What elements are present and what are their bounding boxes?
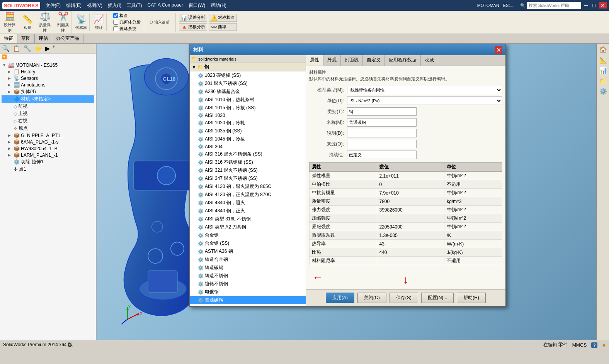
- mat-item-aisi4130-865[interactable]: ⚙️ AISI 4130 钢，退火温度为 865C: [190, 183, 306, 191]
- mat-item-electroplated[interactable]: ⚙️ 电镀钢: [190, 288, 306, 296]
- sensor-icon[interactable]: 📡: [76, 14, 87, 24]
- tree-material[interactable]: 🔷 材质 <未指定>: [2, 95, 94, 103]
- props-tab-section[interactable]: 剖面线: [341, 55, 363, 66]
- tree-root[interactable]: ▼ 🏭 MOTOMAN - ES165: [2, 62, 94, 68]
- menu-view[interactable]: 视图(V): [85, 2, 105, 10]
- design-icon[interactable]: 🧮: [5, 12, 15, 22]
- mat-item-1023[interactable]: ⚙️ 1023 碳钢板 (SS): [190, 71, 306, 80]
- 3d-view[interactable]: GL18 ← X Y Z: [97, 44, 597, 340]
- btn-save[interactable]: 保存(S): [390, 293, 418, 303]
- prop-input-source[interactable]: [347, 140, 417, 148]
- btn-symmetry-check[interactable]: ⚠️ 对称检查: [209, 14, 237, 22]
- mat-item-aisi304[interactable]: ⚙️ AISI 304: [190, 143, 306, 150]
- sidebar-icon-3d[interactable]: 📐: [599, 56, 608, 64]
- mat-item-aisitooled[interactable]: ⚙️ AISI 类型 A2 刀具钢: [190, 223, 306, 231]
- mat-item-a286[interactable]: ⚙️ A286 铁基超合金: [190, 88, 306, 96]
- prop-input-desc[interactable]: [347, 129, 417, 137]
- btn-help[interactable]: 帮助(H): [457, 293, 486, 303]
- tree-tool-1[interactable]: 🔍: [1, 44, 11, 52]
- tab-feature[interactable]: 特征: [0, 34, 17, 43]
- tab-office[interactable]: 办公室产品: [52, 34, 83, 43]
- tree-annotations[interactable]: ▶ 🔤 Annotations: [2, 81, 94, 88]
- mat-item-aisi1045[interactable]: ⚙️ AISI 1045 钢，冷拔: [190, 135, 306, 143]
- dialog-close-button[interactable]: ✕: [495, 46, 502, 54]
- tree-front[interactable]: ◇ 前视: [2, 103, 94, 110]
- mat-item-cast-ss[interactable]: ⚙️ 铸造不锈钢: [190, 272, 306, 280]
- tree-tool-5[interactable]: ▶: [44, 44, 51, 52]
- mat-item-aisi1015[interactable]: ⚙️ AISI 1015 钢，冷拔 (SS): [190, 104, 306, 112]
- tree-gnipple[interactable]: ▶ 📦 G_NIPPLE_A_PT1_: [2, 132, 94, 139]
- window-close[interactable]: ✕: [599, 2, 607, 8]
- tree-point[interactable]: ✛ 点1: [2, 166, 94, 173]
- mat-group-steel[interactable]: ▼ 📁 钢: [190, 63, 306, 71]
- mat-item-ss-ferrite[interactable]: ⚙️ 不锈钢 (铁素体): [190, 304, 306, 306]
- tab-evaluate[interactable]: 评估: [35, 34, 52, 43]
- tree-right[interactable]: ◇ 右视: [2, 117, 94, 125]
- props-tab-attributes[interactable]: 属性: [306, 55, 323, 66]
- prop-input-name[interactable]: [347, 118, 417, 127]
- check-geometry[interactable]: 几何体分析: [113, 19, 141, 25]
- prop-select-unit[interactable]: SI - N/m^2 (Pa): [347, 97, 502, 105]
- props-tab-appdata[interactable]: 应用程序数据: [385, 55, 421, 66]
- mat-item-aisi1010[interactable]: ⚙️ AISI 1010 钢，热轧条材: [190, 96, 306, 104]
- sidebar-icon-home[interactable]: 🏠: [599, 45, 608, 54]
- mat-item-aisi4130-870[interactable]: ⚙️ AISI 4130 钢，正火温度为 870C: [190, 191, 306, 199]
- prop-input-persist[interactable]: [347, 151, 417, 159]
- prop-select-model-type[interactable]: 线性弹性各向同性: [347, 86, 502, 94]
- props-tab-custom[interactable]: 自定义: [363, 55, 385, 66]
- btn-error-analysis[interactable]: 📊 误差分析: [179, 14, 207, 22]
- mat-item-aisi1020cold[interactable]: ⚙️ AISI 1020 钢，冷轧: [190, 119, 306, 127]
- menu-edit[interactable]: 编辑(E): [64, 2, 84, 10]
- window-minimize[interactable]: ─: [583, 2, 590, 8]
- section-icon[interactable]: ✂️: [58, 12, 68, 22]
- window-maximize[interactable]: □: [591, 2, 597, 8]
- mat-item-aisi4340-norm[interactable]: ⚙️ AISI 4340 钢，正火: [190, 207, 306, 215]
- tree-origin[interactable]: ✛ 原点: [2, 125, 94, 132]
- tree-hw[interactable]: ▶ 📦 HW9302054_1_B: [2, 145, 94, 152]
- mat-item-cast-carbon[interactable]: ⚙️ 铸造碳钢: [190, 264, 306, 272]
- menu-insert[interactable]: 插入(I): [105, 2, 124, 10]
- tree-solid[interactable]: ▶ 📦 实体(4): [2, 88, 94, 95]
- menu-file[interactable]: 文件(F): [43, 2, 63, 10]
- tree-tool-3[interactable]: 🔧: [22, 44, 32, 52]
- mat-item-aisi321[interactable]: ⚙️ AISI 321 退火不锈钢 (SS): [190, 166, 306, 174]
- tree-larm[interactable]: ▶ 📦 LARM_PLAN1_-1: [2, 152, 94, 158]
- tree-6ana[interactable]: ▶ 📦 6ANA_PLAG_-1-s: [2, 139, 94, 145]
- mat-item-plain-carbon[interactable]: ⚙️ 普通碳钢: [190, 296, 306, 304]
- menu-tools[interactable]: 工具(T): [124, 2, 144, 10]
- mat-item-201[interactable]: ⚙️ 201 退火不锈钢 (SS): [190, 80, 306, 88]
- prop-input-category[interactable]: [347, 107, 417, 116]
- mat-item-aisi316plate[interactable]: ⚙️ AISI 316 不锈钢板 (SS): [190, 158, 306, 166]
- measure-icon[interactable]: 📏: [22, 14, 32, 24]
- mat-item-aisi347[interactable]: ⚙️ AISI 347 退火不锈钢 (SS): [190, 174, 306, 183]
- menu-catia[interactable]: CATIA Composer: [145, 2, 185, 10]
- sidebar-icon-chart[interactable]: 📊: [599, 66, 608, 75]
- search-input[interactable]: [527, 2, 581, 9]
- props-tab-appearance[interactable]: 外观: [323, 55, 341, 66]
- status-help-icon[interactable]: ?: [591, 342, 597, 348]
- tree-cut[interactable]: ⚙️ 切除-拉伸1: [2, 158, 94, 166]
- mat-item-aisi4340-anneal[interactable]: ⚙️ AISI 4340 钢，退火: [190, 199, 306, 207]
- tree-top[interactable]: ◇ 上视: [2, 110, 94, 117]
- mat-item-aisi1020[interactable]: ⚙️ AISI 1020: [190, 112, 306, 119]
- mass-icon[interactable]: ⚖️: [40, 12, 50, 22]
- mat-item-aisi316bar[interactable]: ⚙️ AISI 316 退火不锈钢条 (SS): [190, 150, 306, 158]
- mat-item-aisi316l[interactable]: ⚙️ AISI 类型 316L 不锈钢: [190, 215, 306, 223]
- mat-item-aisi1035[interactable]: ⚙️ AISI 1035 钢 (SS): [190, 127, 306, 135]
- stats-icon[interactable]: 📈: [94, 14, 104, 24]
- tree-tool-4[interactable]: ⭐: [33, 44, 43, 52]
- mat-item-cast-alloy[interactable]: ⚙️ 铸造合金钢: [190, 256, 306, 264]
- mat-item-alloy[interactable]: ⚙️ 合金钢: [190, 231, 306, 239]
- menu-window[interactable]: 窗口(W): [186, 2, 208, 10]
- tree-tool-2[interactable]: 📋: [12, 44, 22, 52]
- props-tab-favorites[interactable]: 收藏: [421, 55, 438, 66]
- mat-item-chrome-ss[interactable]: ⚙️ 镀铬不锈钢: [190, 280, 306, 288]
- check-inspect[interactable]: 检查: [113, 13, 141, 19]
- tree-history[interactable]: ▶ 📋 History: [2, 68, 94, 75]
- btn-configure[interactable]: 配置(N)...: [421, 293, 454, 303]
- btn-close[interactable]: 关闭(C): [357, 293, 386, 303]
- btn-curvature[interactable]: 〰️ 曲率: [209, 23, 237, 31]
- sidebar-icon-settings[interactable]: ⚙️: [599, 87, 608, 96]
- btn-apply[interactable]: 应用(A): [326, 293, 354, 303]
- tree-sensors[interactable]: ▶ 📡 Sensors: [2, 75, 94, 81]
